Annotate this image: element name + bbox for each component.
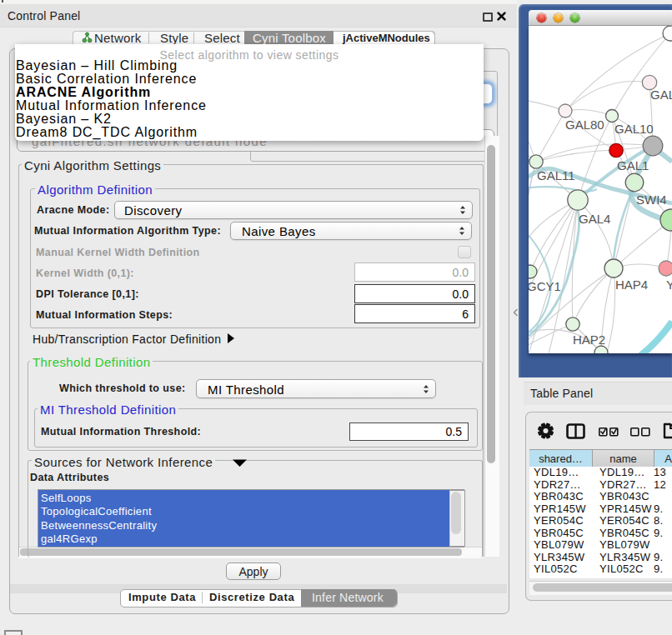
svg-text:YER: YER — [666, 278, 672, 292]
svg-text:GAL10: GAL10 — [614, 122, 654, 136]
svg-text:GAL7: GAL7 — [650, 88, 672, 102]
svg-text:GAL80: GAL80 — [565, 118, 604, 132]
svg-text:GCY1: GCY1 — [529, 279, 561, 293]
svg-text:SWI4: SWI4 — [636, 192, 667, 207]
svg-text:HAP4: HAP4 — [615, 278, 648, 292]
svg-text:GAL11: GAL11 — [537, 168, 575, 182]
svg-text:GAL1: GAL1 — [617, 158, 649, 172]
svg-text:HAP2: HAP2 — [573, 332, 605, 347]
svg-text:GAL4: GAL4 — [579, 212, 610, 226]
